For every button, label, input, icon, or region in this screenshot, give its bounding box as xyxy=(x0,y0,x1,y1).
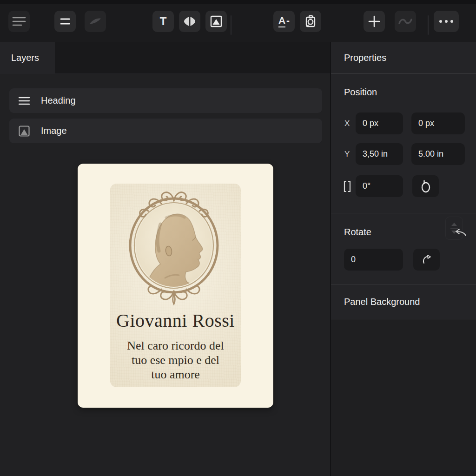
stepper-up-icon xyxy=(451,223,457,226)
app-window: T A - xyxy=(0,0,476,476)
rotate-orientation-icon xyxy=(420,180,431,193)
text-tool-icon: T xyxy=(160,16,167,27)
rotation-angle-field[interactable]: 0° xyxy=(356,175,403,197)
text-lines-icon xyxy=(19,97,30,105)
layers-tab-label: Layers xyxy=(11,53,39,63)
shape-tool-icon xyxy=(184,16,196,27)
panel-empty-area xyxy=(331,319,476,476)
properties-panel-title: Properties xyxy=(331,42,476,74)
y-axis-label: Y xyxy=(344,150,350,159)
camera-frame-icon xyxy=(304,15,317,28)
properties-panel: Properties Position X 0 px 0 px Y 3,50 i… xyxy=(330,42,476,476)
layer-label: Image xyxy=(41,126,67,136)
rotate-gesture-icon xyxy=(421,254,432,265)
menu-button[interactable] xyxy=(8,11,30,32)
orientation-button[interactable] xyxy=(412,175,439,197)
swoosh-icon xyxy=(89,17,102,26)
position-x-field[interactable]: 0 px xyxy=(356,112,403,134)
card-subtitle: Nel caro ricordo del tuo ese mpio e del … xyxy=(78,338,273,382)
layer-row-heading[interactable]: Heading xyxy=(9,88,322,113)
image-icon xyxy=(19,126,30,137)
image-tool-button[interactable] xyxy=(205,11,227,32)
swoosh-button[interactable] xyxy=(85,11,106,32)
curve-button[interactable] xyxy=(395,11,416,32)
card-title: Giovanni Rossi xyxy=(78,310,273,331)
undo-arrow-icon[interactable] xyxy=(455,228,467,237)
ellipsis-icon xyxy=(439,20,453,23)
position-y-field[interactable]: 3,50 in xyxy=(356,143,403,165)
window-top-edge xyxy=(0,0,476,4)
squiggle-icon xyxy=(398,17,412,26)
list-lines-button[interactable] xyxy=(54,11,76,32)
memorial-card[interactable]: Giovanni Rossi Nel caro ricordo del tuo … xyxy=(78,164,273,408)
plus-icon xyxy=(368,15,380,27)
rotate-gesture-button[interactable] xyxy=(413,249,440,271)
rotate-section-heading: Rotate xyxy=(344,227,371,238)
text-style-button[interactable]: A - xyxy=(273,11,295,32)
x-axis-label: X xyxy=(344,119,350,128)
more-button[interactable] xyxy=(434,11,459,32)
two-lines-icon xyxy=(60,18,70,25)
image-tool-icon xyxy=(210,15,222,27)
snapshot-button[interactable] xyxy=(300,11,321,32)
card-subtitle-line: tuo amore xyxy=(78,367,273,382)
card-subtitle-line: Nel caro ricordo del xyxy=(78,338,273,353)
position-x2-field[interactable]: 0 px xyxy=(411,112,465,134)
layers-panel-header: Layers xyxy=(0,42,330,74)
panel-background-heading: Panel Background xyxy=(344,297,420,307)
toolbar-divider xyxy=(428,15,429,35)
add-button[interactable] xyxy=(364,11,385,32)
brackets-icon xyxy=(343,180,351,192)
text-style-icon: A - xyxy=(278,15,290,27)
toolbar-divider xyxy=(231,15,231,35)
card-subtitle-line: tuo ese mpio e del xyxy=(78,353,273,367)
hamburger-icon xyxy=(12,16,26,27)
section-divider xyxy=(331,213,476,213)
position-y2-field[interactable]: 5.00 in xyxy=(411,143,465,165)
shape-tool-button[interactable] xyxy=(179,11,200,32)
toolbar: T A - xyxy=(0,4,476,42)
text-tool-button[interactable]: T xyxy=(152,11,174,32)
rotate-value-field[interactable]: 0 xyxy=(344,249,403,271)
section-divider xyxy=(331,284,476,285)
tab-layers[interactable]: Layers xyxy=(0,42,55,74)
position-section-heading: Position xyxy=(344,87,377,98)
layer-row-image[interactable]: Image xyxy=(9,119,322,143)
portrait-frame-illustration xyxy=(109,185,241,308)
layer-label: Heading xyxy=(41,95,76,106)
